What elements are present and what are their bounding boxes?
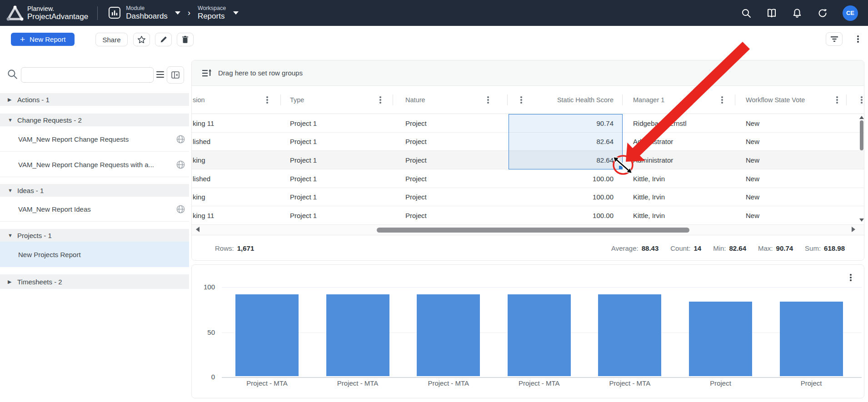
cell-type[interactable]: Project 1 <box>281 188 393 206</box>
cell-nature[interactable]: Project <box>393 151 508 169</box>
table-row: king 11 Project 1 Project 100.00 Kittle,… <box>192 206 864 225</box>
sidebar-section-change-requests[interactable]: ▼ Change Requests - 2 <box>0 114 189 126</box>
column-header-nature[interactable]: Nature <box>393 86 508 114</box>
cell-type[interactable]: Project 1 <box>281 133 393 151</box>
row-group-drop-zone[interactable]: Drag here to set row groups <box>192 60 864 86</box>
cell-manager[interactable]: Kittle, Irvin <box>623 169 735 188</box>
search-icon[interactable] <box>741 8 752 19</box>
cell-vote[interactable]: New <box>735 133 847 151</box>
cell-name[interactable]: lished <box>192 169 281 188</box>
sidebar-search-input[interactable] <box>21 67 154 83</box>
cell-nature[interactable]: Project <box>393 188 508 206</box>
chart-menu-icon[interactable] <box>845 272 856 283</box>
sidebar-section-projects[interactable]: ▼ Projects - 1 <box>0 229 189 242</box>
planview-logo[interactable]: Planview. ProjectAdvantage <box>6 5 88 22</box>
new-report-button[interactable]: + New Report <box>11 33 75 46</box>
cell-vote[interactable]: New <box>735 206 847 225</box>
cell-score[interactable]: 82.64 <box>508 133 623 151</box>
column-menu-icon[interactable] <box>266 99 268 101</box>
app-title-line2: ProjectAdvantage <box>27 12 88 21</box>
cell-vote[interactable]: New <box>735 151 847 169</box>
share-button[interactable]: Share <box>95 33 128 46</box>
column-menu-icon[interactable] <box>487 99 489 101</box>
book-icon[interactable] <box>766 8 777 19</box>
cell-nature[interactable]: Project <box>393 169 508 188</box>
filter-button[interactable] <box>826 32 843 46</box>
favorite-button[interactable] <box>133 33 150 46</box>
sidebar-section-ideas[interactable]: ▼ Ideas - 1 <box>0 184 189 197</box>
section-label: Projects - 1 <box>17 232 52 239</box>
row-groups-icon <box>202 69 212 78</box>
sidebar-item-new-projects-report[interactable]: New Projects Report <box>0 242 189 267</box>
sidebar-item-label: New Projects Report <box>18 251 81 258</box>
new-report-label: New Report <box>30 35 65 43</box>
top-app-bar: Planview. ProjectAdvantage Module Dashbo… <box>0 0 868 26</box>
column-header-manager-1[interactable]: Manager 1 <box>623 86 735 114</box>
collapse-panel-button[interactable] <box>167 66 184 84</box>
cell-name[interactable]: king <box>192 151 281 169</box>
cell-type[interactable]: Project 1 <box>281 151 393 169</box>
column-header-type[interactable]: Type <box>281 86 393 114</box>
column-menu-icon[interactable] <box>861 99 863 101</box>
cell-vote[interactable]: New <box>735 114 847 133</box>
cell-type[interactable]: Project 1 <box>281 114 393 133</box>
cell-type[interactable]: Project 1 <box>281 169 393 188</box>
chart-x-label: Project <box>675 379 766 387</box>
dashboard-icon <box>108 6 121 20</box>
cell-name[interactable]: lished <box>192 133 281 151</box>
cell-score[interactable]: 100.00 <box>508 169 623 188</box>
edit-button[interactable] <box>155 33 172 46</box>
cell-name[interactable]: king <box>192 188 281 206</box>
cell-score[interactable]: 90.74 <box>508 114 623 133</box>
sidebar-item-vam-change-requests-with-a[interactable]: VAM_New Report Change Requests with a... <box>0 152 189 177</box>
cell-vote[interactable]: New <box>735 188 847 206</box>
section-label: Actions - 1 <box>17 96 50 104</box>
cell-manager[interactable]: Administrator <box>623 151 735 169</box>
scroll-up-arrow[interactable] <box>859 116 864 119</box>
chart-x-label: Project - MTA <box>584 379 675 387</box>
column-menu-icon[interactable] <box>520 99 522 101</box>
vertical-scrollbar-thumb[interactable] <box>860 120 863 150</box>
cell-nature[interactable]: Project <box>393 133 508 151</box>
cell-manager[interactable]: Ridgeback, Ernstl <box>623 114 735 133</box>
scroll-right-arrow[interactable] <box>852 227 855 232</box>
bell-icon[interactable] <box>792 8 803 19</box>
cell-vote[interactable]: New <box>735 169 847 188</box>
scroll-down-arrow[interactable] <box>859 218 864 222</box>
column-menu-icon[interactable] <box>379 99 381 101</box>
sidebar-section-timesheets[interactable]: ▶ Timesheets - 2 <box>0 274 189 289</box>
cell-nature[interactable]: Project <box>393 206 508 225</box>
cell-score[interactable]: 100.00 <box>508 206 623 225</box>
module-dashboards-dropdown[interactable]: Module Dashboards <box>108 5 180 21</box>
sidebar-section-actions[interactable]: ▶ Actions - 1 <box>0 93 189 106</box>
column-menu-icon[interactable] <box>836 99 838 101</box>
cell-score[interactable]: 82.64 <box>508 151 623 169</box>
sidebar-item-vam-ideas[interactable]: VAM_New Report Ideas <box>0 197 189 222</box>
cell-name[interactable]: king 11 <box>192 206 281 225</box>
section-label: Change Requests - 2 <box>17 116 82 124</box>
more-options-button[interactable] <box>851 32 865 46</box>
cell-name[interactable]: king 11 <box>192 114 281 133</box>
cell-manager[interactable]: Kittle, Irvin <box>623 188 735 206</box>
delete-button[interactable] <box>177 33 194 46</box>
menu-icon[interactable] <box>156 71 164 79</box>
cell-type[interactable]: Project 1 <box>281 206 393 225</box>
horizontal-scrollbar-thumb[interactable] <box>377 228 689 233</box>
refresh-icon[interactable] <box>817 8 828 19</box>
column-menu-icon[interactable] <box>721 99 723 101</box>
avatar[interactable]: CE <box>843 5 858 21</box>
sidebar-item-vam-change-requests[interactable]: VAM_New Report Change Requests <box>0 127 189 152</box>
cell-score[interactable]: 100.00 <box>508 188 623 206</box>
cell-nature[interactable]: Project <box>393 114 508 133</box>
globe-icon <box>176 160 185 169</box>
cell-manager[interactable]: Kittle, Irvin <box>623 206 735 225</box>
cell-manager[interactable]: Administrator <box>623 133 735 151</box>
column-header-static-health-score[interactable]: Static Health Score <box>508 86 623 114</box>
max-value: 90.74 <box>776 244 793 252</box>
column-header-workflow-state-vote[interactable]: Workflow State Vote <box>735 86 847 114</box>
workspace-reports-dropdown[interactable]: Workspace Reports <box>198 5 239 21</box>
table-row: lished Project 1 Project 100.00 Kittle, … <box>192 169 864 188</box>
scroll-left-arrow[interactable] <box>196 227 200 232</box>
module-value: Dashboards <box>126 12 168 21</box>
fill-handle[interactable] <box>619 166 623 169</box>
